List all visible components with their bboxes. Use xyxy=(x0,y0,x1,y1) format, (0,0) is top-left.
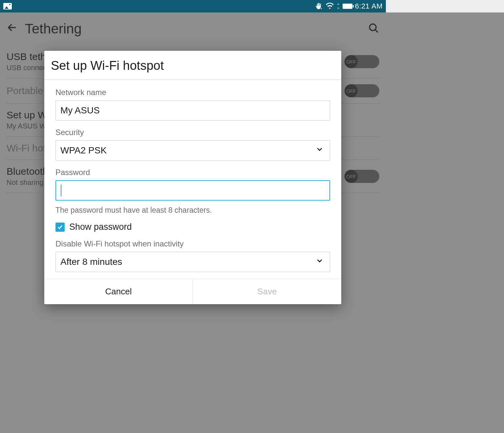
inactivity-value: After 8 minutes xyxy=(60,257,122,267)
network-name-value: My ASUS xyxy=(60,105,100,116)
wifi-icon xyxy=(326,3,334,10)
password-input[interactable] xyxy=(55,180,330,201)
password-helper: The password must have at least 8 charac… xyxy=(55,206,330,215)
show-password-row[interactable]: Show password xyxy=(55,222,330,232)
hotspot-dialog: Set up Wi-Fi hotspot Network name My ASU… xyxy=(44,51,341,304)
save-button[interactable]: Save xyxy=(193,279,341,304)
text-caret xyxy=(61,185,61,196)
cancel-button[interactable]: Cancel xyxy=(44,279,193,304)
hand-icon xyxy=(315,2,323,10)
dialog-title: Set up Wi-Fi hotspot xyxy=(44,51,341,79)
chevron-down-icon xyxy=(315,145,324,156)
show-password-label: Show password xyxy=(69,222,132,232)
chevron-down-icon xyxy=(315,257,324,267)
network-name-label: Network name xyxy=(55,88,330,97)
security-select[interactable]: WPA2 PSK xyxy=(55,140,330,161)
network-name-input[interactable]: My ASUS xyxy=(55,100,330,121)
password-label: Password xyxy=(55,168,330,177)
security-value: WPA2 PSK xyxy=(60,145,107,156)
security-label: Security xyxy=(55,128,330,137)
show-password-checkbox[interactable] xyxy=(55,223,65,232)
inactivity-label: Disable Wi-Fi hotspot when inactivity xyxy=(55,239,330,248)
status-clock: 6:21 AM xyxy=(355,2,383,10)
inactivity-select[interactable]: After 8 minutes xyxy=(55,252,330,272)
landscape-icon xyxy=(3,3,12,10)
dialog-actions: Cancel Save xyxy=(44,279,341,304)
signal-arrows-icon xyxy=(337,3,340,10)
status-bar: 6:21 AM xyxy=(0,0,386,12)
battery-icon xyxy=(343,4,352,9)
